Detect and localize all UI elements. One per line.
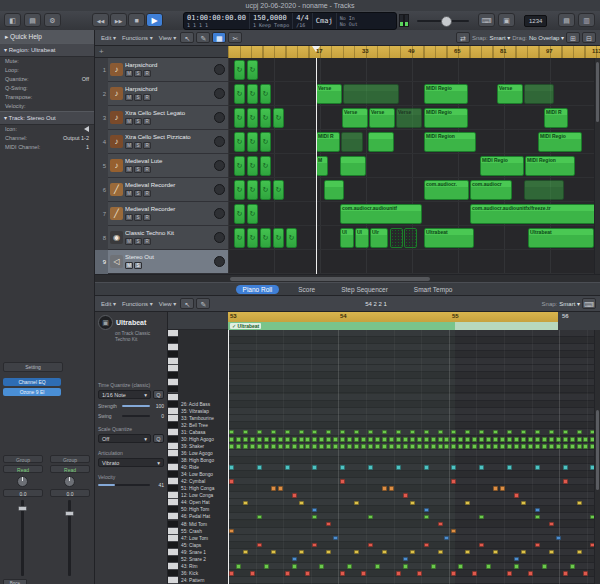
varispeed-badge[interactable]: 1234	[524, 15, 547, 27]
midi-note[interactable]	[382, 437, 387, 442]
midi-note[interactable]	[236, 437, 241, 442]
midi-note[interactable]	[257, 444, 262, 449]
piano-key[interactable]	[168, 570, 178, 577]
midi-note[interactable]	[438, 430, 443, 435]
midi-note[interactable]	[299, 430, 304, 435]
track-meter-knob[interactable]	[214, 232, 225, 243]
track-header-8[interactable]: 8◉Classic Techno KitMSR	[95, 226, 228, 250]
midi-note[interactable]	[312, 543, 317, 548]
midi-note[interactable]	[486, 564, 491, 569]
display-mode-icon[interactable]: ▣	[498, 13, 515, 27]
track-record-button[interactable]: R	[143, 238, 151, 245]
midi-note[interactable]	[368, 430, 373, 435]
midi-note[interactable]	[403, 444, 408, 449]
midi-note[interactable]	[556, 437, 561, 442]
midi-note[interactable]	[285, 430, 290, 435]
track-meter-knob[interactable]	[214, 256, 225, 267]
midi-note[interactable]	[229, 529, 234, 534]
loop-region-cell[interactable]: ↻	[234, 156, 245, 176]
midi-note[interactable]	[382, 444, 387, 449]
midi-note[interactable]	[444, 536, 449, 541]
region-param[interactable]: Transpose:	[0, 93, 94, 102]
midi-note[interactable]	[521, 430, 526, 435]
tab-step-sequencer[interactable]: Step Sequencer	[334, 285, 395, 294]
midi-note[interactable]	[493, 444, 498, 449]
midi-note[interactable]	[535, 508, 540, 513]
forward-button[interactable]: ▶▶	[110, 13, 127, 27]
midi-note[interactable]	[542, 444, 547, 449]
musical-typing-icon[interactable]: ⌨	[478, 13, 495, 27]
vscroll-thumb[interactable]	[596, 62, 599, 122]
midi-note[interactable]	[347, 444, 352, 449]
volume-fader-thumb[interactable]	[65, 511, 74, 516]
midi-note[interactable]	[458, 437, 463, 442]
midi-note[interactable]	[424, 430, 429, 435]
midi-note[interactable]	[577, 437, 582, 442]
track-solo-button[interactable]: S	[134, 262, 142, 269]
midi-note[interactable]	[326, 550, 331, 555]
piano-key[interactable]	[168, 542, 178, 549]
track-solo-button[interactable]: S	[134, 142, 142, 149]
midi-note[interactable]	[354, 501, 359, 506]
arrange-area[interactable]: ↻↻↻↻↻↻↻↻↻↻↻↻↻↻↻↻↻↻↻↻↻↻↻↻↻↻VerseMIDI Regi…	[228, 58, 600, 274]
midi-note[interactable]	[292, 564, 297, 569]
midi-note[interactable]	[278, 437, 283, 442]
midi-note[interactable]	[417, 437, 422, 442]
midi-note[interactable]	[444, 444, 449, 449]
midi-note[interactable]	[479, 437, 484, 442]
track-header-9[interactable]: 9◁Stereo OutMS	[95, 250, 228, 274]
midi-note[interactable]	[396, 430, 401, 435]
piano-key[interactable]	[168, 457, 178, 464]
midi-note[interactable]	[340, 479, 345, 484]
midi-note[interactable]	[229, 430, 234, 435]
track-mute-button[interactable]: M	[125, 70, 133, 77]
midi-note[interactable]	[486, 444, 491, 449]
midi-note[interactable]	[458, 564, 463, 569]
region-inspector-header[interactable]: ▾ Region: Ultrabeat	[0, 43, 94, 57]
vscroll-thumb[interactable]	[596, 410, 599, 490]
track-meter-knob[interactable]	[214, 88, 225, 99]
view-menu[interactable]: View ▾	[157, 34, 179, 41]
midi-note[interactable]	[375, 437, 380, 442]
midi-note[interactable]	[493, 550, 498, 555]
midi-note[interactable]	[514, 444, 519, 449]
midi-note[interactable]	[285, 571, 290, 576]
track-header-7[interactable]: 7╱Medieval RecorderMSR	[95, 202, 228, 226]
pencil-tool-icon[interactable]: ✎	[196, 298, 210, 309]
midi-note[interactable]	[312, 508, 317, 513]
midi-note[interactable]	[472, 571, 477, 576]
midi-note[interactable]	[333, 437, 338, 442]
midi-note[interactable]	[583, 444, 588, 449]
midi-note[interactable]	[319, 437, 324, 442]
midi-note[interactable]	[563, 465, 568, 470]
midi-note[interactable]	[271, 444, 276, 449]
midi-region[interactable]	[341, 132, 363, 152]
midi-note[interactable]	[549, 437, 554, 442]
swap-icon[interactable]: ⇄	[456, 32, 470, 43]
midi-note[interactable]	[271, 430, 276, 435]
midi-note[interactable]	[507, 444, 512, 449]
cycle-region[interactable]	[228, 312, 558, 322]
loop-region-cell[interactable]: ↻	[273, 228, 284, 248]
volume-fader-thumb[interactable]	[18, 506, 27, 511]
midi-note[interactable]	[479, 430, 484, 435]
midi-region[interactable]	[343, 84, 399, 104]
midi-note[interactable]	[389, 444, 394, 449]
midi-note[interactable]	[368, 444, 373, 449]
track-mute-button[interactable]: M	[125, 118, 133, 125]
piano-roll-grid[interactable]	[228, 330, 600, 584]
midi-region[interactable]: Verse	[497, 84, 523, 104]
piano-key[interactable]	[168, 365, 178, 372]
midi-note[interactable]	[250, 444, 255, 449]
loop-region-cell[interactable]: ↻	[234, 204, 245, 224]
midi-note[interactable]	[285, 465, 290, 470]
loop-region-cell[interactable]: ↻	[260, 108, 271, 128]
piano-key[interactable]	[168, 429, 178, 436]
midi-note[interactable]	[243, 430, 248, 435]
track-param[interactable]: MIDI Channel:1	[0, 143, 94, 152]
hscroll-thumb[interactable]	[230, 277, 430, 281]
midi-note[interactable]	[403, 564, 408, 569]
midi-region[interactable]	[390, 228, 403, 248]
midi-region[interactable]: MIDI R	[316, 132, 340, 152]
pencil-tool-icon[interactable]: ✎	[196, 32, 210, 43]
